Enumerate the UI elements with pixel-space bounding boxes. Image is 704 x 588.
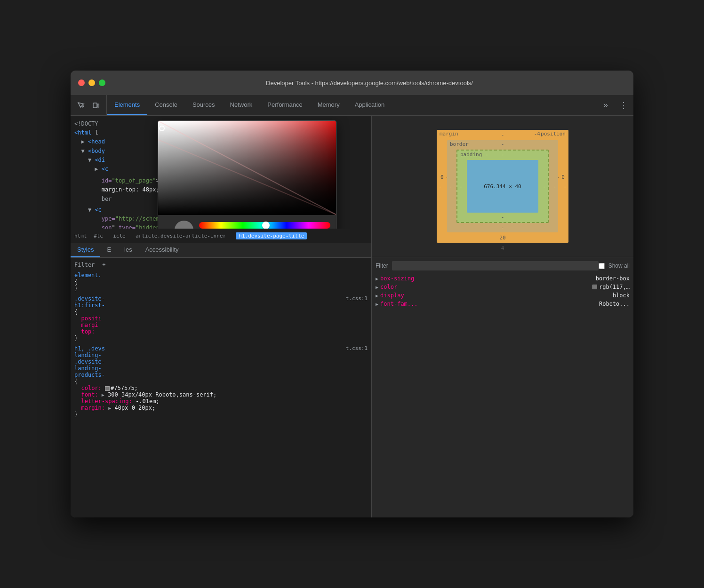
style-property: top: <box>81 328 95 335</box>
css-file-ref[interactable]: t.css:1 <box>346 345 368 351</box>
style-selector: element. <box>74 272 102 278</box>
color-swatch-inline[interactable] <box>105 386 110 391</box>
color-indicator <box>592 285 597 289</box>
tab-styles[interactable]: Styles <box>71 243 100 257</box>
html-source: <!DOCTY <html l ▶ <head ▼ <body ▼ <di ▶ … <box>71 116 371 229</box>
style-selector: h1, .devs <box>74 345 105 352</box>
margin-left-value: - <box>439 183 442 190</box>
breadcrumb-article[interactable]: icle <box>113 233 126 239</box>
content-box: 676.344 × 40 <box>467 160 538 213</box>
style-block-devsite: .devsite- t.css:1 h1:first- { positi mar… <box>74 295 368 342</box>
margin-bottom-value: 20 <box>499 235 505 241</box>
eyedropper-icon[interactable]: ✒ <box>164 223 169 229</box>
box-model-section: margin position -4 20 - - - 4 <box>372 116 633 257</box>
tab-network[interactable]: Network <box>223 95 260 115</box>
position-label: position <box>541 131 566 137</box>
style-color-value: #757575; <box>111 385 138 391</box>
font-arrow[interactable]: ▶ <box>102 392 104 397</box>
color-sliders-row: ✒ <box>164 221 330 229</box>
tab-accessibility[interactable]: Accessibility <box>139 243 185 257</box>
position-value: -4 <box>534 131 540 137</box>
devtools-menu-button[interactable]: ⋮ <box>614 95 633 115</box>
computed-val: block <box>613 292 630 299</box>
style-property: margi <box>81 322 98 328</box>
device-toolbar-button[interactable] <box>89 99 103 112</box>
computed-val: border-box <box>596 275 630 282</box>
filter-row: Filter + <box>74 262 368 268</box>
outer-bottom-value: 4 <box>501 245 504 251</box>
style-subselector: landing- <box>74 352 102 358</box>
svg-rect-0 <box>93 103 97 108</box>
border-left-value: - <box>449 183 452 190</box>
left-panel: <!DOCTY <html l ▶ <head ▼ <body ▼ <di ▶ … <box>71 116 372 517</box>
hue-slider[interactable] <box>199 222 330 229</box>
style-block-h1: h1, .devs t.css:1 landing- .devsite- lan… <box>74 345 368 418</box>
tab-elements[interactable]: Elements <box>107 95 147 115</box>
style-subselector: h1:first- <box>74 302 105 309</box>
traffic-lights <box>78 79 105 86</box>
breadcrumb-hash[interactable]: #tc <box>94 233 103 239</box>
color-gradient-area[interactable] <box>158 121 336 215</box>
computed-filter-input[interactable] <box>392 261 599 270</box>
computed-section: Filter Show all ▶ box-sizing border-box <box>372 257 633 517</box>
computed-prop: box-sizing <box>380 275 414 282</box>
style-color-property: color: <box>81 385 101 391</box>
padding-layer: padding - - - - - 676.344 × 40 <box>456 150 549 223</box>
border-top-value: - <box>501 141 504 147</box>
minimize-button[interactable] <box>88 79 95 86</box>
margin-right-value: - <box>563 183 567 190</box>
computed-arrow[interactable]: ▶ <box>376 285 378 290</box>
close-button[interactable] <box>78 79 85 86</box>
breadcrumb-bar: html #tc icle article.devsite-article-in… <box>71 229 371 243</box>
computed-arrow[interactable]: ▶ <box>376 293 378 298</box>
devtools-icons <box>71 95 107 115</box>
breadcrumb-article-inner[interactable]: article.devsite-article-inner <box>136 233 226 239</box>
tab-console[interactable]: Console <box>147 95 185 115</box>
more-tabs-button[interactable]: » <box>598 95 614 115</box>
tab-ies[interactable]: ies <box>118 243 139 257</box>
style-margin-property: margin: <box>81 405 105 411</box>
color-gradient-cursor[interactable] <box>159 126 165 131</box>
tab-performance[interactable]: Performance <box>260 95 310 115</box>
padding-bottom-value: - <box>501 214 504 220</box>
breadcrumb-active-item[interactable]: h1.devsite-page-title <box>236 232 307 239</box>
border-layer: border - - - - padding - - - <box>447 140 558 232</box>
css-file-ref[interactable]: t.css:1 <box>346 295 368 302</box>
padding-top-value: - <box>501 151 504 158</box>
styles-panel: Filter + element. { } .devsite- t.css:1 … <box>71 258 371 517</box>
computed-prop: font-fam... <box>380 301 417 307</box>
styles-plus-button[interactable]: + <box>102 262 105 268</box>
margin-top-value: - <box>501 132 504 138</box>
computed-arrow[interactable]: ▶ <box>376 302 378 307</box>
computed-item-box-sizing: ▶ box-sizing border-box <box>376 274 630 283</box>
right-panel: margin position -4 20 - - - 4 <box>372 116 633 517</box>
computed-val: Roboto... <box>599 301 630 307</box>
show-all-checkbox[interactable] <box>599 263 605 269</box>
padding-left-value: - <box>459 183 463 190</box>
style-margin-value: 40px 0 20px; <box>115 405 156 411</box>
tab-sources[interactable]: Sources <box>185 95 223 115</box>
computed-item-font-family: ▶ font-fam... Roboto... <box>376 300 630 308</box>
filter-label: Filter <box>74 262 95 268</box>
bottom-panel-tabs: Styles E ies Accessibility <box>71 243 371 258</box>
inspect-element-button[interactable] <box>74 99 88 112</box>
tab-e[interactable]: E <box>100 243 118 257</box>
computed-filter-label: Filter <box>376 262 388 269</box>
tab-application[interactable]: Application <box>347 95 392 115</box>
style-letter-spacing-value: -.01em; <box>136 398 160 405</box>
computed-filter-row: Filter Show all <box>376 261 630 270</box>
box-model: margin position -4 20 - - - 4 <box>437 130 568 243</box>
titlebar: Developer Tools - https://developers.goo… <box>71 71 633 95</box>
border-bottom-value: - <box>501 224 504 230</box>
style-selector: .devsite- <box>74 295 105 302</box>
margin-arrow[interactable]: ▶ <box>108 405 111 411</box>
breadcrumb-html[interactable]: html <box>74 233 87 239</box>
devtools-toolbar: Elements Console Sources Network Perform… <box>71 95 633 116</box>
svg-rect-1 <box>97 104 99 107</box>
computed-prop: color <box>380 284 397 290</box>
maximize-button[interactable] <box>99 79 105 86</box>
margin-label: margin <box>440 131 458 137</box>
tab-memory[interactable]: Memory <box>310 95 347 115</box>
computed-arrow[interactable]: ▶ <box>376 276 378 281</box>
computed-prop: display <box>380 292 404 299</box>
